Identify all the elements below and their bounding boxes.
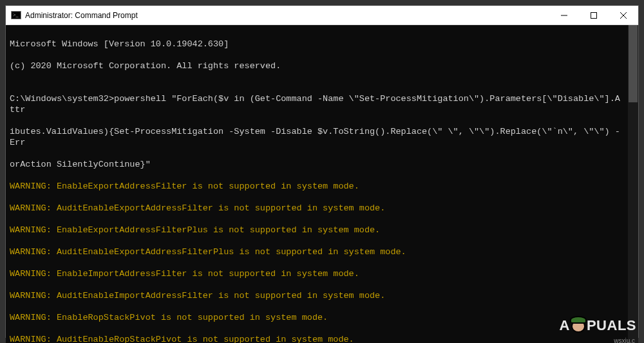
svg-text:>_: >_ [13, 12, 19, 18]
terminal-area: Microsoft Windows [Version 10.0.19042.63… [6, 25, 638, 343]
window-title: Administrator: Command Prompt [25, 11, 138, 20]
command-prompt-window: >_ Administrator: Command Prompt Microso… [5, 5, 639, 338]
warning-line: WARNING: AuditEnableImportAddressFilter … [10, 290, 624, 301]
title-left: >_ Administrator: Command Prompt [6, 10, 138, 21]
warning-line: WARNING: EnableImportAddressFilter is no… [10, 268, 624, 279]
warning-line: WARNING: AuditEnableExportAddressFilterP… [10, 246, 624, 257]
maximize-button[interactable] [579, 6, 609, 25]
copyright-line: (c) 2020 Microsoft Corporation. All righ… [10, 60, 624, 71]
warning-line: WARNING: AuditEnableExportAddressFilter … [10, 203, 624, 214]
scrollbar[interactable] [628, 25, 638, 343]
warning-line: WARNING: EnableExportAddressFilter is no… [10, 181, 624, 192]
version-line: Microsoft Windows [Version 10.0.19042.63… [10, 39, 624, 50]
command-line-1: C:\Windows\system32>powershell "ForEach(… [10, 93, 624, 115]
close-button[interactable] [609, 6, 638, 25]
scrollbar-thumb[interactable] [629, 25, 638, 102]
command-line-2: ibutes.ValidValues){Set-ProcessMitigatio… [10, 126, 624, 148]
cmd-icon: >_ [11, 10, 21, 21]
svg-rect-3 [591, 13, 597, 19]
command-line-3: orAction SilentlyContinue}" [10, 159, 624, 170]
minimize-button[interactable] [549, 6, 579, 25]
terminal-output[interactable]: Microsoft Windows [Version 10.0.19042.63… [6, 25, 628, 343]
warning-line: WARNING: EnableRopStackPivot is not supp… [10, 312, 624, 323]
prompt-path: C:\Windows\system32> [10, 94, 114, 104]
warning-line: WARNING: EnableExportAddressFilterPlus i… [10, 225, 624, 236]
window-controls [549, 6, 638, 24]
titlebar[interactable]: >_ Administrator: Command Prompt [6, 6, 638, 25]
warning-line: WARNING: AuditEnableRopStackPivot is not… [10, 334, 624, 343]
